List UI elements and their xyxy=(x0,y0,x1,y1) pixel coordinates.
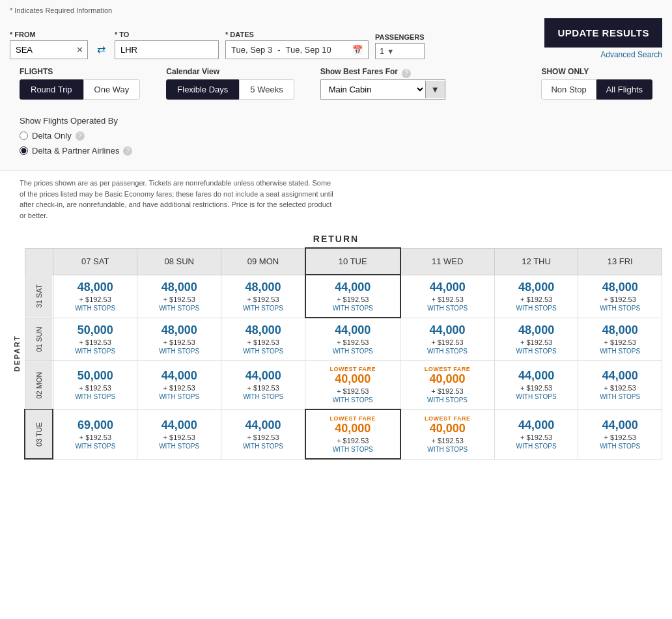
cell-1-6[interactable]: 48,000+ $192.53WITH STOPS xyxy=(578,318,662,361)
cell-2-0[interactable]: 50,000+ $192.53WITH STOPS xyxy=(53,361,137,410)
date-from: Tue, Sep 3 xyxy=(231,45,272,55)
delta-partner-info-icon[interactable]: ? xyxy=(123,146,132,156)
cell-1-4[interactable]: 44,000+ $192.53WITH STOPS xyxy=(400,318,495,361)
from-clear-icon[interactable]: ✕ xyxy=(72,42,87,58)
operated-by-label: Show Flights Operated By xyxy=(20,116,652,126)
date-separator: - xyxy=(277,45,280,55)
col-header-3: 10 TUE xyxy=(305,248,400,275)
passengers-label: PASSENGERS xyxy=(375,33,425,41)
dates-picker[interactable]: Tue, Sep 3 - Tue, Sep 10 📅 xyxy=(225,40,369,59)
best-fares-info-icon[interactable]: ? xyxy=(402,69,411,78)
5-weeks-button[interactable]: 5 Weeks xyxy=(239,79,294,100)
return-header: RETURN xyxy=(10,227,662,247)
date-to: Tue, Sep 10 xyxy=(285,45,331,55)
passengers-field[interactable]: 1 ▼ xyxy=(375,43,425,59)
cell-0-4[interactable]: 44,000+ $192.53WITH STOPS xyxy=(400,275,495,318)
col-header-4: 11 WED xyxy=(400,248,495,275)
delta-partner-radio[interactable] xyxy=(20,146,28,155)
corner-header xyxy=(25,248,53,275)
cell-2-4[interactable]: LOWEST FARE40,000+ $192.53WITH STOPS xyxy=(400,361,495,410)
from-label: * FROM xyxy=(10,31,88,38)
update-results-button[interactable]: UPDATE RESULTS xyxy=(544,18,662,48)
operated-by-section: Show Flights Operated By Delta Only ? De… xyxy=(10,109,662,171)
flexible-days-button[interactable]: Flexible Days xyxy=(166,79,239,100)
cell-3-6[interactable]: 44,000+ $192.53WITH STOPS xyxy=(578,409,662,459)
cell-2-5[interactable]: 44,000+ $192.53WITH STOPS xyxy=(494,361,578,410)
disclaimer-text: The prices shown are as per passenger. T… xyxy=(10,171,348,227)
col-header-0: 07 SAT xyxy=(53,248,137,275)
cell-0-1[interactable]: 48,000+ $192.53WITH STOPS xyxy=(137,275,221,318)
calendar-icon[interactable]: 📅 xyxy=(352,45,363,55)
row-header-3: 03 TUE xyxy=(25,409,53,459)
show-only-toggle: Non Stop All Flights xyxy=(541,79,652,100)
cell-2-2[interactable]: 44,000+ $192.53WITH STOPS xyxy=(221,361,305,410)
all-flights-button[interactable]: All Flights xyxy=(596,79,652,100)
cell-3-5[interactable]: 44,000+ $192.53WITH STOPS xyxy=(494,409,578,459)
best-fares-label: Show Best Fares For xyxy=(320,67,398,76)
cell-3-0[interactable]: 69,000+ $192.53WITH STOPS xyxy=(53,409,137,459)
cell-0-5[interactable]: 48,000+ $192.53WITH STOPS xyxy=(494,275,578,318)
passengers-dropdown-icon[interactable]: ▼ xyxy=(387,48,394,55)
row-header-1: 01 SUN xyxy=(25,318,53,361)
to-label: * TO xyxy=(115,31,219,38)
swap-button[interactable]: ⇄ xyxy=(94,40,108,58)
delta-only-info-icon[interactable]: ? xyxy=(76,131,85,141)
delta-only-label: Delta Only xyxy=(32,131,72,141)
cabin-dropdown-arrow[interactable]: ▼ xyxy=(425,81,445,98)
cabin-select[interactable]: Main Cabin First Class Business Delta Co… xyxy=(321,80,425,99)
col-header-2: 09 MON xyxy=(221,248,305,275)
non-stop-button[interactable]: Non Stop xyxy=(541,79,596,100)
show-only-label: SHOW ONLY xyxy=(541,67,652,76)
cell-2-1[interactable]: 44,000+ $192.53WITH STOPS xyxy=(137,361,221,410)
cell-1-1[interactable]: 48,000+ $192.53WITH STOPS xyxy=(137,318,221,361)
advanced-search-link[interactable]: Advanced Search xyxy=(600,50,662,59)
row-header-0: 31 SAT xyxy=(25,275,53,318)
depart-label: DEPART xyxy=(10,247,24,460)
cell-3-3[interactable]: LOWEST FARE40,000+ $192.53WITH STOPS xyxy=(305,409,400,459)
fare-grid-table: 07 SAT 08 SUN 09 MON 10 TUE 11 WED 12 TH… xyxy=(24,247,662,460)
cell-3-4[interactable]: LOWEST FARE40,000+ $192.53WITH STOPS xyxy=(400,409,495,459)
cell-2-3[interactable]: LOWEST FARE40,000+ $192.53WITH STOPS xyxy=(305,361,400,410)
cell-0-0[interactable]: 48,000+ $192.53WITH STOPS xyxy=(53,275,137,318)
row-header-2: 02 MON xyxy=(25,361,53,410)
dates-label: * DATES xyxy=(225,31,369,38)
cell-1-3[interactable]: 44,000+ $192.53WITH STOPS xyxy=(305,318,400,361)
flights-toggle: Round Trip One Way xyxy=(20,79,140,100)
to-input[interactable] xyxy=(115,41,218,59)
one-way-button[interactable]: One Way xyxy=(83,79,141,100)
fare-grid: RETURN DEPART 07 SAT 08 SUN 09 MON 10 TU… xyxy=(10,227,662,473)
cell-1-2[interactable]: 48,000+ $192.53WITH STOPS xyxy=(221,318,305,361)
cell-0-6[interactable]: 48,000+ $192.53WITH STOPS xyxy=(578,275,662,318)
cabin-select-wrapper[interactable]: Main Cabin First Class Business Delta Co… xyxy=(320,79,445,100)
delta-partner-label: Delta & Partner Airlines xyxy=(32,146,119,156)
col-header-6: 13 FRI xyxy=(578,248,662,275)
round-trip-button[interactable]: Round Trip xyxy=(20,79,83,100)
required-info: * Indicates Required Information xyxy=(10,7,662,14)
col-header-5: 12 THU xyxy=(494,248,578,275)
cell-0-3[interactable]: 44,000+ $192.53WITH STOPS xyxy=(305,275,400,318)
cell-2-6[interactable]: 44,000+ $192.53WITH STOPS xyxy=(578,361,662,410)
calendar-view-label: Calendar View xyxy=(166,67,294,76)
col-header-1: 08 SUN xyxy=(137,248,221,275)
cell-3-2[interactable]: 44,000+ $192.53WITH STOPS xyxy=(221,409,305,459)
passengers-value: 1 xyxy=(380,46,384,56)
from-input[interactable] xyxy=(10,41,72,59)
cell-0-2[interactable]: 48,000+ $192.53WITH STOPS xyxy=(221,275,305,318)
delta-only-radio[interactable] xyxy=(20,131,28,140)
flights-label: FLIGHTS xyxy=(20,67,140,76)
cell-3-1[interactable]: 44,000+ $192.53WITH STOPS xyxy=(137,409,221,459)
cell-1-5[interactable]: 48,000+ $192.53WITH STOPS xyxy=(494,318,578,361)
cell-1-0[interactable]: 50,000+ $192.53WITH STOPS xyxy=(53,318,137,361)
calendar-toggle: Flexible Days 5 Weeks xyxy=(166,79,294,100)
